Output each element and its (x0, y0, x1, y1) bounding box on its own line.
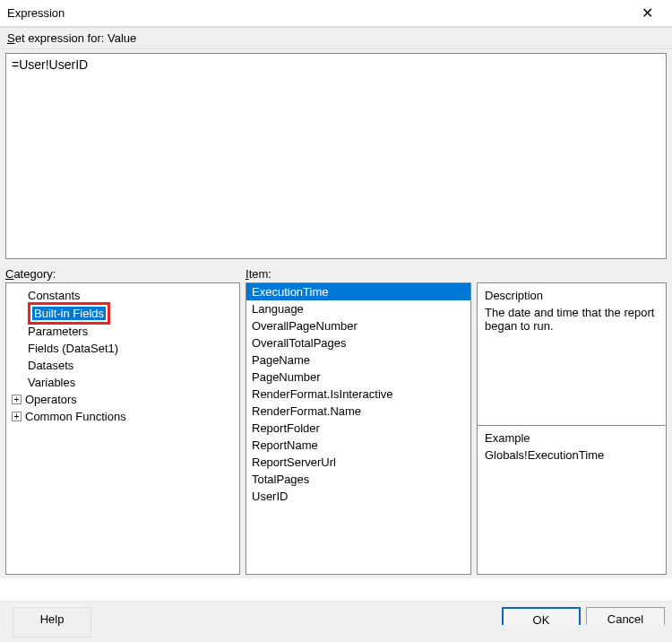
category-tree[interactable]: ConstantsBuilt-in FieldsParametersFields… (5, 282, 240, 575)
category-item-label: Parameters (28, 323, 88, 340)
category-item[interactable]: +Common Functions (8, 408, 237, 425)
expression-editor[interactable] (5, 53, 667, 259)
list-item[interactable]: OverallPageNumber (246, 317, 470, 334)
category-item[interactable]: Parameters (8, 323, 237, 340)
category-item-label: Datasets (28, 357, 73, 374)
category-item-label: Operators (25, 391, 77, 408)
list-item[interactable]: RenderFormat.IsInteractive (246, 386, 470, 403)
category-item-label: Variables (28, 374, 75, 391)
list-item[interactable]: UserID (246, 488, 470, 505)
list-item[interactable]: RenderFormat.Name (246, 403, 470, 420)
expand-icon[interactable]: + (12, 395, 22, 404)
list-item[interactable]: TotalPages (246, 471, 470, 488)
category-item[interactable]: Built-in Fields (8, 304, 237, 323)
category-label: Category: (5, 267, 240, 281)
accelerator-s: S (7, 31, 15, 45)
list-item[interactable]: PageNumber (246, 369, 470, 386)
help-button[interactable]: Help (13, 607, 91, 638)
list-item[interactable]: ReportName (246, 437, 470, 454)
category-item[interactable]: +Operators (8, 391, 237, 408)
list-item[interactable]: ReportFolder (246, 420, 470, 437)
example-panel: Example Globals!ExecutionTime (477, 426, 667, 575)
window-title: Expression (7, 6, 629, 20)
cancel-button[interactable]: Cancel (586, 607, 665, 625)
expand-icon[interactable]: + (12, 412, 22, 421)
category-item[interactable]: Datasets (8, 357, 237, 374)
category-item[interactable]: Variables (8, 374, 237, 391)
close-icon[interactable]: ✕ (629, 4, 665, 22)
list-item[interactable]: OverallTotalPages (246, 334, 470, 351)
category-item[interactable]: Fields (DataSet1) (8, 340, 237, 357)
item-label: Item: (246, 267, 471, 281)
description-title: Description (485, 289, 659, 302)
category-item-label: Common Functions (25, 408, 126, 425)
highlighted-category: Built-in Fields (28, 302, 110, 325)
list-item[interactable]: ReportServerUrl (246, 454, 470, 471)
example-text: Globals!ExecutionTime (485, 448, 659, 462)
list-item[interactable]: Language (246, 300, 470, 317)
set-expression-label: Set expression for: Value (0, 27, 672, 49)
list-item[interactable]: ExecutionTime (246, 283, 470, 300)
ok-button[interactable]: OK (502, 607, 581, 625)
example-title: Example (485, 431, 659, 445)
description-heading (477, 267, 667, 281)
category-item-label: Built-in Fields (32, 307, 106, 320)
category-item-label: Fields (DataSet1) (28, 340, 118, 357)
item-list[interactable]: ExecutionTimeLanguageOverallPageNumberOv… (246, 282, 471, 575)
list-item[interactable]: PageName (246, 351, 470, 369)
description-text: The date and time that the report began … (485, 306, 659, 333)
description-panel: Description The date and time that the r… (477, 282, 667, 426)
